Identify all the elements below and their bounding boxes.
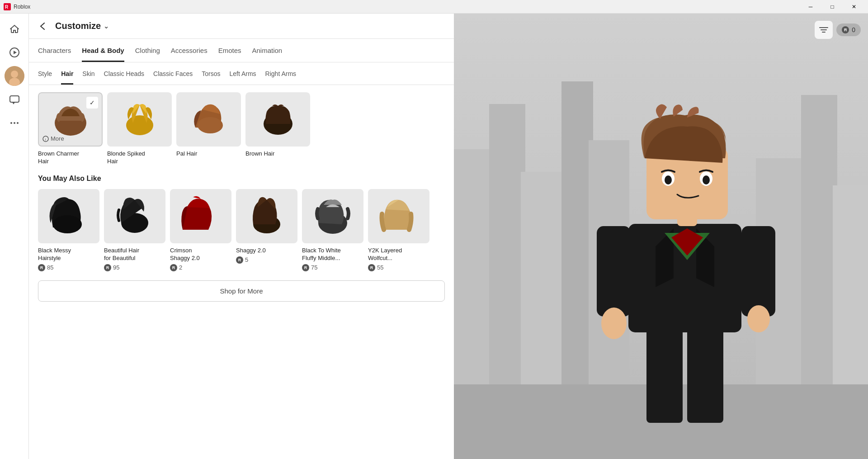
info-icon: i — [42, 136, 49, 142]
home-icon — [9, 24, 20, 34]
robux-icon: R — [38, 264, 45, 271]
svg-point-8 — [10, 122, 12, 124]
app-body: Customize ⌄ Characters Head & Body Cloth… — [0, 14, 868, 459]
top-nav: Customize ⌄ — [29, 14, 454, 39]
app-icon: R — [4, 3, 11, 10]
hair-name-blonde-spiked: Blonde SpikedHair — [107, 150, 172, 166]
hair-item-blonde-spiked[interactable]: Blonde SpikedHair — [107, 92, 172, 166]
viewport-controls: R 0 — [815, 21, 861, 39]
cat-accessories[interactable]: Accessories — [171, 39, 208, 62]
close-button[interactable]: ✕ — [844, 0, 864, 14]
rec-img-shaggy — [242, 194, 292, 239]
hair-img-brown-charmer — [50, 100, 91, 139]
svg-point-5 — [11, 71, 18, 78]
rec-item-shaggy[interactable]: Shaggy 2.0 R 5 — [236, 189, 297, 271]
selected-check: ✓ — [86, 97, 98, 109]
main-panel: Customize ⌄ Characters Head & Body Cloth… — [29, 14, 454, 459]
sub-right-arms[interactable]: Right Arms — [265, 62, 296, 85]
sub-style[interactable]: Style — [38, 62, 52, 85]
sub-left-arms[interactable]: Left Arms — [229, 62, 256, 85]
chat-icon — [9, 94, 20, 105]
rec-item-crimson-shaggy[interactable]: CrimsonShaggy 2.0 R 2 — [170, 189, 231, 271]
hair-item-brown[interactable]: Brown Hair — [245, 92, 310, 166]
sidebar-more[interactable] — [5, 113, 24, 133]
character-display — [556, 88, 818, 459]
robux-icon-5: R — [302, 264, 309, 271]
shop-for-more-button[interactable]: Shop for More — [38, 280, 445, 302]
hair-img-brown — [258, 100, 298, 139]
chevron-down-icon[interactable]: ⌄ — [104, 23, 109, 30]
sub-classic-heads[interactable]: Classic Heads — [104, 62, 144, 85]
hair-thumb-blonde-spiked — [107, 92, 172, 147]
rec-img-beautiful-hair — [110, 194, 160, 239]
svg-point-10 — [17, 122, 19, 124]
hair-thumb-brown-charmer: ✓ i More — [38, 92, 103, 147]
hair-name-brown-charmer: Brown CharmerHair — [38, 150, 103, 166]
rec-item-black-white-fluffy[interactable]: Black To WhiteFluffy Middle... R 75 — [302, 189, 363, 271]
svg-rect-37 — [597, 226, 631, 317]
sub-torsos[interactable]: Torsos — [202, 62, 220, 85]
rec-price-black-white-fluffy: R 75 — [302, 264, 363, 271]
sidebar-play[interactable] — [5, 43, 24, 62]
cat-animation[interactable]: Animation — [252, 39, 282, 62]
rec-img-crimson-shaggy — [176, 194, 226, 239]
hair-thumb-pal — [176, 92, 241, 147]
svg-rect-34 — [646, 323, 683, 423]
cat-emotes[interactable]: Emotes — [218, 39, 241, 62]
recommendations-grid: Black MessyHairstyle R 85 — [38, 189, 445, 271]
rec-item-black-messy[interactable]: Black MessyHairstyle R 85 — [38, 189, 99, 271]
sidebar-chat[interactable] — [5, 90, 24, 109]
back-icon — [38, 21, 48, 31]
rec-thumb-beautiful-hair — [104, 189, 165, 243]
svg-point-15 — [198, 117, 223, 133]
rec-price-crimson-shaggy: R 2 — [170, 264, 231, 271]
cat-head-body[interactable]: Head & Body — [82, 39, 124, 62]
hair-item-pal[interactable]: Pal Hair — [176, 92, 241, 166]
robux-badge-icon: R — [842, 26, 849, 33]
more-icon — [9, 118, 20, 128]
rec-item-y2k-wolfcut[interactable]: Y2K LayeredWolfcut... R 55 — [368, 189, 429, 271]
robux-balance: R 0 — [836, 24, 861, 36]
more-overlay[interactable]: i More — [42, 135, 64, 142]
maximize-button[interactable]: □ — [822, 0, 843, 14]
sub-skin[interactable]: Skin — [82, 62, 94, 85]
svg-text:i: i — [45, 137, 46, 142]
rec-name-black-white-fluffy: Black To WhiteFluffy Middle... — [302, 247, 363, 262]
hair-grid: ✓ i More Brown CharmerHair — [38, 92, 445, 166]
icon-sidebar — [0, 14, 29, 459]
rec-name-beautiful-hair: Beautiful Hairfor Beautiful — [104, 247, 165, 262]
rec-item-beautiful-hair[interactable]: Beautiful Hairfor Beautiful R 95 — [104, 189, 165, 271]
minimize-button[interactable]: ─ — [800, 0, 821, 14]
cat-characters[interactable]: Characters — [38, 39, 71, 62]
sub-classic-faces[interactable]: Classic Faces — [153, 62, 193, 85]
hair-img-blonde-spiked — [119, 100, 160, 139]
category-nav: Characters Head & Body Clothing Accessor… — [29, 39, 454, 62]
app-title: Roblox — [14, 4, 30, 10]
rec-name-shaggy: Shaggy 2.0 — [236, 247, 297, 255]
svg-point-40 — [747, 305, 770, 332]
customize-label: Customize — [55, 21, 101, 31]
rec-name-black-messy: Black MessyHairstyle — [38, 247, 99, 262]
svg-point-45 — [665, 175, 672, 185]
svg-rect-38 — [741, 226, 775, 317]
svg-point-46 — [703, 175, 710, 185]
rec-img-black-white-fluffy — [308, 194, 358, 239]
rec-thumb-shaggy — [236, 189, 297, 243]
robux-icon-3: R — [170, 264, 177, 271]
svg-point-9 — [14, 122, 15, 124]
sidebar-home[interactable] — [5, 19, 24, 39]
rec-thumb-black-white-fluffy — [302, 189, 363, 243]
recommendations-title: You May Also Like — [38, 175, 445, 183]
sub-hair[interactable]: Hair — [61, 62, 73, 85]
filter-button[interactable] — [815, 21, 833, 39]
cat-clothing[interactable]: Clothing — [135, 39, 160, 62]
rec-thumb-crimson-shaggy — [170, 189, 231, 243]
back-button[interactable] — [38, 21, 48, 31]
hair-item-brown-charmer[interactable]: ✓ i More Brown CharmerHair — [38, 92, 103, 166]
content-area: ✓ i More Brown CharmerHair — [29, 85, 454, 459]
sidebar-avatar[interactable] — [5, 66, 24, 86]
rec-price-beautiful-hair: R 95 — [104, 264, 165, 271]
3d-viewport: R 0 — [454, 14, 868, 459]
svg-point-14 — [126, 115, 153, 135]
rec-thumb-black-messy — [38, 189, 99, 243]
